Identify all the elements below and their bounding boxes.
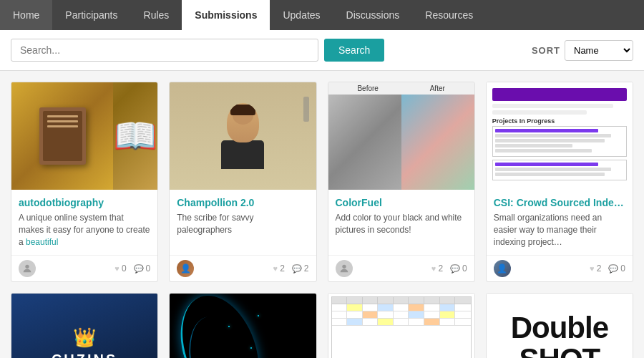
card-image-spreadsheet [328, 294, 474, 358]
nav-resources[interactable]: Resources [412, 0, 486, 30]
card-stats: ♥2 💬0 [590, 263, 625, 274]
nav-participants[interactable]: Participants [52, 0, 130, 30]
card-spreadsheet[interactable]: Spreadsheet Tool [328, 293, 475, 358]
card-desc: Small organizations need an easier way t… [494, 212, 625, 248]
navigation: Home Participants Rules Submissions Upda… [0, 0, 644, 30]
avatar: 👤 [494, 260, 511, 277]
card-stats: ♥2 💬0 [431, 263, 467, 274]
card-image-doubleshot: Double SHOT Clara De Sosa [487, 294, 633, 358]
nav-submissions[interactable]: Submissions [182, 0, 270, 30]
nav-rules[interactable]: Rules [131, 0, 182, 30]
card-image-particles [170, 294, 316, 358]
card-desc: Add color to your black and white pictur… [336, 212, 467, 248]
card-autodotbiography[interactable]: autodotbiography A unique online system … [11, 82, 158, 282]
submissions-grid: autodotbiography A unique online system … [0, 71, 644, 293]
card-stats: ♥0 💬0 [114, 263, 150, 274]
card-title: CSI: Crowd Sourced Indexin… [494, 197, 625, 208]
card-champollion[interactable]: Champollion 2.0 The scribe for savvy pal… [169, 82, 316, 282]
card-title: ColorFuel [336, 197, 467, 208]
sort-label: SORT [532, 45, 560, 56]
card-particles[interactable]: Particles [169, 293, 316, 358]
card-doubleshot[interactable]: Double SHOT Clara De Sosa Double Shot [486, 293, 633, 358]
avatar: 👤 [177, 260, 194, 277]
submissions-grid-row2: 👑 CUZINS Cuzins [0, 293, 644, 358]
avatar [19, 260, 36, 277]
card-image-autodot [11, 82, 157, 190]
card-title: autodotbiography [19, 197, 150, 208]
card-desc: The scribe for savvy paleographers [177, 212, 308, 248]
card-stats: ♥2 💬2 [273, 263, 309, 274]
svg-point-1 [342, 265, 346, 268]
card-image-champollion [170, 82, 316, 190]
sort-select[interactable]: Name Date Popularity [565, 40, 633, 61]
search-button[interactable]: Search [324, 39, 384, 62]
card-cuzins[interactable]: 👑 CUZINS Cuzins [11, 293, 158, 358]
card-image-colorfuel: BeforeAfter [328, 82, 474, 190]
nav-home[interactable]: Home [0, 0, 52, 30]
search-input[interactable] [11, 39, 318, 62]
card-title: Champollion 2.0 [177, 197, 308, 208]
card-image-csi: Projects In Progress [487, 82, 633, 190]
card-colorfuel[interactable]: BeforeAfter ColorFuel Add color to your … [328, 82, 475, 282]
card-image-cuzins: 👑 CUZINS [11, 294, 157, 358]
card-desc: A unique online system that makes it eas… [19, 212, 150, 248]
nav-discussions[interactable]: Discussions [333, 0, 413, 30]
avatar [336, 260, 353, 277]
search-bar: Search SORT Name Date Popularity [0, 30, 644, 71]
svg-point-0 [25, 265, 29, 268]
nav-updates[interactable]: Updates [270, 0, 333, 30]
card-csi[interactable]: Projects In Progress CSI: Crowd Sourced … [486, 82, 633, 282]
